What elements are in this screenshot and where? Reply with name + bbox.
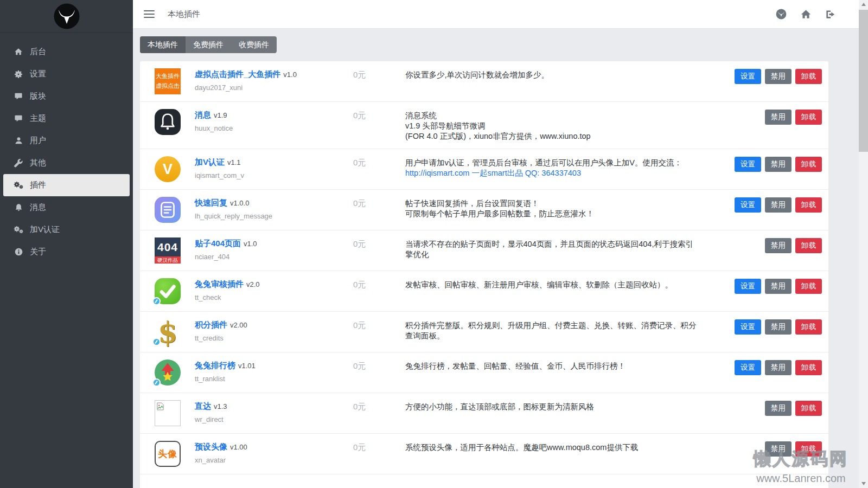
plugin-head: 兔兔审核插件v2.0tt_check bbox=[195, 278, 353, 301]
plugin-version: v1.9 bbox=[214, 111, 227, 119]
uninstall-button[interactable]: 卸载 bbox=[795, 441, 822, 457]
plugin-version: v1.3 bbox=[214, 402, 227, 410]
disable-button[interactable]: 禁用 bbox=[765, 360, 792, 375]
plugin-description: 发帖审核、回帖审核、新注册用户审核、编辑审核、软删除（主题回收站）。 bbox=[405, 278, 701, 290]
plugin-desc-line: 你设置多少,单次访问计数就会增加多少。 bbox=[405, 70, 701, 80]
plugin-row-xn_avatar: 头像预设头像v1.00xn_avatar0元系统预设头像，适用于各种站点。魔趣吧… bbox=[140, 434, 828, 474]
plugin-description: 积分插件完整版。积分规则、升级用户组、付费主题、兑换、转账、消费记录、积分查询面… bbox=[405, 319, 701, 341]
uninstall-button[interactable]: 卸载 bbox=[795, 319, 822, 335]
plugin-desc-line: 消息系统 bbox=[405, 111, 701, 121]
plugin-description: 帖子快速回复插件，后台设置回复语！可限制每个帖子单用户最多回帖数量，防止恶意灌水… bbox=[405, 197, 701, 219]
sidebar-item-label: 消息 bbox=[30, 202, 46, 213]
plugin-id: wr_direct bbox=[195, 415, 353, 423]
settings-button[interactable]: 设置 bbox=[735, 319, 761, 335]
disable-button[interactable]: 禁用 bbox=[765, 110, 792, 125]
plugin-desc-line: 方便的小功能，直达顶部或底部，图标更新为清新风格 bbox=[405, 402, 701, 412]
uninstall-button[interactable]: 卸载 bbox=[795, 279, 822, 294]
settings-button[interactable]: 设置 bbox=[735, 279, 761, 294]
sidebar-item-forums[interactable]: 版块 bbox=[0, 85, 133, 107]
uninstall-button[interactable]: 卸载 bbox=[795, 197, 822, 213]
uninstall-button[interactable]: 卸载 bbox=[795, 157, 822, 172]
disable-button[interactable]: 禁用 bbox=[765, 157, 792, 172]
plugin-row-tt_ranklist: 兔兔排行榜v1.01tt_ranklist0元兔兔排行榜，发帖量、回帖量、经验值… bbox=[140, 352, 828, 393]
uninstall-button[interactable]: 卸载 bbox=[795, 69, 822, 84]
plugin-version: v1.01 bbox=[238, 362, 256, 370]
tab-local-plugins[interactable]: 本地插件 bbox=[140, 36, 186, 53]
plugin-id: tt_credits bbox=[195, 334, 353, 342]
sidebar-item-settings[interactable]: 设置 bbox=[0, 63, 133, 85]
plugin-description: 系统预设头像，适用于各种站点。魔趣吧www.moqu8.com提供下载 bbox=[405, 441, 701, 453]
disable-button[interactable]: 禁用 bbox=[765, 279, 792, 294]
plugin-description: 兔兔排行榜，发帖量、回帖量、经验值、金币、人民币排行榜！ bbox=[405, 359, 701, 371]
sidebar-item-label: 设置 bbox=[30, 69, 46, 79]
sign-out-icon[interactable] bbox=[825, 9, 835, 20]
plugin-price: 0元 bbox=[353, 400, 405, 412]
edit-badge-icon bbox=[152, 338, 161, 346]
settings-button[interactable]: 设置 bbox=[735, 69, 761, 84]
home-icon[interactable] bbox=[800, 9, 811, 20]
plugin-head: 消息v1.9huux_notice bbox=[195, 109, 353, 132]
sidebar-item-label: 插件 bbox=[30, 180, 46, 190]
sidebar-item-verify[interactable]: 加V认证 bbox=[0, 219, 133, 241]
plugin-row-wr_direct: 直达v1.3wr_direct0元方便的小功能，直达顶部或底部，图标更新为清新风… bbox=[140, 393, 828, 434]
sidebar-menu: 后台设置版块主题用户其他插件消息加V认证关于 bbox=[0, 33, 133, 263]
plugin-row-tt_check: 兔兔审核插件v2.0tt_check0元发帖审核、回帖审核、新注册用户审核、编辑… bbox=[140, 271, 828, 312]
dayu-plugin-icon: 大鱼插件虚拟点击 bbox=[155, 68, 181, 94]
menu-toggle-icon[interactable] bbox=[144, 10, 155, 18]
uninstall-button[interactable]: 卸载 bbox=[795, 401, 822, 416]
plugin-name-link[interactable]: 加V认证 bbox=[195, 157, 225, 166]
edit-badge-icon bbox=[152, 378, 161, 387]
disable-button[interactable]: 禁用 bbox=[765, 238, 792, 253]
plugin-name-link[interactable]: 贴子404页面 bbox=[195, 239, 241, 248]
tab-free-plugins[interactable]: 免费插件 bbox=[186, 36, 231, 53]
plugin-name-link[interactable]: 兔兔排行榜 bbox=[195, 361, 235, 370]
plugin-name-link[interactable]: 快速回复 bbox=[195, 198, 227, 207]
sidebar-item-backend[interactable]: 后台 bbox=[0, 41, 133, 63]
settings-button[interactable]: 设置 bbox=[735, 360, 761, 375]
tab-paid-plugins[interactable]: 收费插件 bbox=[231, 36, 277, 53]
plugin-name-link[interactable]: 直达 bbox=[195, 401, 211, 410]
xiuno-logo bbox=[0, 0, 133, 33]
sidebar-item-themes[interactable]: 主题 bbox=[0, 107, 133, 130]
sidebar-item-messages[interactable]: 消息 bbox=[0, 196, 133, 219]
plugin-head: 积分插件v2.00tt_credits bbox=[195, 319, 353, 342]
uninstall-button[interactable]: 卸载 bbox=[795, 360, 822, 375]
plugin-head: 加V认证v1.1iqismart_com_v bbox=[195, 156, 353, 179]
settings-button[interactable]: 设置 bbox=[735, 197, 761, 213]
scroll-down-arrow-icon[interactable] bbox=[859, 479, 868, 488]
sidebar-item-users[interactable]: 用户 bbox=[0, 130, 133, 152]
topbar: 本地插件 bbox=[133, 0, 868, 29]
uninstall-button[interactable]: 卸载 bbox=[795, 238, 822, 253]
page-title: 本地插件 bbox=[168, 9, 200, 20]
ranklist-icon bbox=[155, 359, 181, 386]
vertical-scrollbar[interactable] bbox=[859, 0, 868, 488]
plugin-price: 0元 bbox=[353, 156, 405, 168]
xiuno-home-icon[interactable] bbox=[776, 9, 787, 20]
plugin-description: 方便的小功能，直达顶部或底部，图标更新为清新风格 bbox=[405, 400, 701, 412]
plugin-desc-line: v1.9 头部导航细节微调 bbox=[405, 121, 701, 131]
plugin-name-link[interactable]: 兔兔审核插件 bbox=[195, 279, 244, 288]
plugin-price: 0元 bbox=[353, 359, 405, 371]
plugin-name-link[interactable]: 积分插件 bbox=[195, 320, 227, 329]
disable-button[interactable]: 禁用 bbox=[765, 441, 792, 457]
plugin-name-link[interactable]: 预设头像 bbox=[195, 442, 227, 451]
scrollbar-thumb[interactable] bbox=[859, 10, 868, 152]
uninstall-button[interactable]: 卸载 bbox=[795, 110, 822, 125]
sidebar-item-about[interactable]: 关于 bbox=[0, 241, 133, 263]
plugin-version: v2.00 bbox=[230, 321, 247, 329]
sidebar-item-plugins[interactable]: 插件 bbox=[3, 174, 130, 196]
plugin-name-link[interactable]: 消息 bbox=[195, 110, 211, 119]
plugin-name-link[interactable]: 虚拟点击插件_大鱼插件 bbox=[195, 69, 280, 79]
scroll-up-arrow-icon[interactable] bbox=[859, 0, 868, 9]
disable-button[interactable]: 禁用 bbox=[765, 197, 792, 213]
disable-button[interactable]: 禁用 bbox=[765, 69, 792, 84]
plugin-version: v2.0 bbox=[246, 280, 260, 288]
plugin-desc-line: 帖子快速回复插件，后台设置回复语！ bbox=[405, 198, 701, 209]
settings-button[interactable]: 设置 bbox=[735, 157, 761, 172]
plugin-desc-line: 当请求不存在的贴子页面时，显示404页面，并且页面的状态码返回404,利于搜索引… bbox=[405, 239, 701, 260]
broken-image-icon bbox=[155, 400, 181, 426]
plugin-desc-link[interactable]: http://iqismart.com 一起smart出品 QQ: 364337… bbox=[405, 168, 701, 178]
disable-button[interactable]: 禁用 bbox=[765, 401, 792, 416]
disable-button[interactable]: 禁用 bbox=[765, 319, 792, 335]
sidebar-item-other[interactable]: 其他 bbox=[0, 152, 133, 174]
